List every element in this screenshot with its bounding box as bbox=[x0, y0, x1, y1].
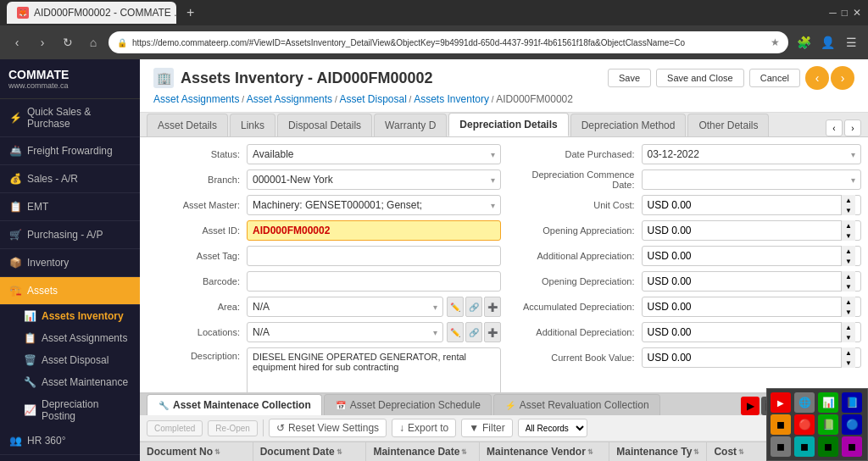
app-overlay-icon-1[interactable]: ▶ bbox=[771, 392, 791, 413]
new-tab-button[interactable]: + bbox=[180, 5, 201, 20]
date-purchased-field[interactable]: 03-12-2022 ▾ bbox=[642, 144, 862, 164]
opening-appreciation-field[interactable]: USD 0.00 ▲ ▼ bbox=[642, 220, 862, 241]
home-button[interactable]: ⌂ bbox=[83, 32, 103, 53]
unit-cost-field[interactable]: USD 0.00 ▲ ▼ bbox=[642, 195, 862, 215]
save-close-button[interactable]: Save and Close bbox=[656, 69, 744, 87]
locations-field[interactable]: N/A ▾ bbox=[247, 322, 443, 342]
area-link-icon[interactable]: 🔗 bbox=[465, 297, 482, 317]
sidebar-item-emt[interactable]: 📋 EMT bbox=[0, 193, 140, 221]
next-record-button[interactable]: › bbox=[831, 66, 854, 90]
th-document-date[interactable]: Document Date ⇅ bbox=[253, 442, 367, 461]
th-maintenance-date[interactable]: Maintenance Date ⇅ bbox=[366, 442, 480, 461]
breadcrumb-link-1[interactable]: Asset Assignments bbox=[153, 93, 239, 105]
export-button[interactable]: ↓ Export to bbox=[392, 419, 456, 437]
additional-depreciation-down[interactable]: ▼ bbox=[842, 332, 855, 342]
profile-button[interactable]: 👤 bbox=[817, 32, 837, 53]
cancel-button[interactable]: Cancel bbox=[749, 69, 800, 87]
unit-cost-spinner[interactable]: ▲ ▼ bbox=[841, 195, 855, 215]
asset-id-field[interactable]: AID000FM00002 bbox=[247, 220, 501, 241]
sort-maintenance-vendor[interactable]: ⇅ bbox=[587, 448, 593, 456]
sidebar-item-freight[interactable]: 🚢 Freight Frowarding bbox=[0, 137, 140, 165]
sidebar-sub-asset-maintenance[interactable]: 🔧 Asset Maintenance bbox=[0, 371, 140, 393]
status-field[interactable]: Available ▾ bbox=[247, 144, 501, 164]
area-add-icon[interactable]: ➕ bbox=[484, 297, 501, 317]
tab-warranty[interactable]: Warranty D bbox=[374, 114, 447, 136]
sidebar-item-assets[interactable]: 🏗️ Assets bbox=[0, 277, 140, 305]
tab-asset-details[interactable]: Asset Details bbox=[147, 114, 228, 136]
app-overlay-icon-10[interactable]: ◼ bbox=[794, 436, 815, 457]
app-overlay-icon-11[interactable]: ◼ bbox=[818, 436, 838, 457]
sidebar-item-hr360[interactable]: 👥 HR 360° bbox=[0, 427, 140, 455]
sidebar-item-payroll[interactable]: 💵 Payroll bbox=[0, 455, 140, 461]
depreciation-commence-field[interactable]: ▾ bbox=[642, 169, 862, 190]
accumulated-depreciation-up[interactable]: ▲ bbox=[842, 297, 855, 307]
minimize-button[interactable]: ─ bbox=[829, 7, 837, 19]
breadcrumb-link-2[interactable]: Asset Assignments bbox=[247, 93, 332, 105]
back-button[interactable]: ‹ bbox=[7, 32, 27, 53]
breadcrumb-link-3[interactable]: Asset Disposal bbox=[339, 93, 406, 105]
opening-appreciation-down[interactable]: ▼ bbox=[842, 230, 855, 241]
save-button[interactable]: Save bbox=[608, 69, 651, 87]
reset-view-button[interactable]: ↺ Reset View Settings bbox=[269, 419, 387, 437]
address-bar[interactable]: 🔒 https://demo.commateerp.com/#ViewID=As… bbox=[108, 31, 788, 53]
opening-depreciation-spinner[interactable]: ▲ ▼ bbox=[841, 271, 855, 292]
app-overlay-icon-7[interactable]: 📗 bbox=[818, 414, 838, 435]
tab-other-details[interactable]: Other Details bbox=[687, 114, 769, 136]
unit-cost-down[interactable]: ▼ bbox=[842, 205, 855, 215]
bookmark-icon[interactable]: ★ bbox=[771, 36, 780, 48]
accumulated-depreciation-spinner[interactable]: ▲ ▼ bbox=[841, 297, 855, 317]
sidebar-item-sales[interactable]: 💰 Sales - A/R bbox=[0, 165, 140, 193]
refresh-button[interactable]: ↻ bbox=[58, 32, 78, 53]
additional-depreciation-up[interactable]: ▲ bbox=[842, 322, 855, 332]
app-overlay-icon-4[interactable]: 📘 bbox=[842, 392, 862, 413]
sort-document-no[interactable]: ⇅ bbox=[214, 448, 220, 456]
area-edit-icon[interactable]: ✏️ bbox=[447, 297, 464, 317]
filter-button[interactable]: ▼ Filter bbox=[461, 419, 513, 437]
opening-depreciation-field[interactable]: USD 0.00 ▲ ▼ bbox=[642, 271, 862, 292]
current-book-value-up[interactable]: ▲ bbox=[842, 347, 855, 358]
app-overlay-icon-2[interactable]: 🌐 bbox=[794, 392, 815, 413]
sidebar-sub-assets-inventory[interactable]: 📊 Assets Inventory bbox=[0, 305, 140, 327]
sidebar-item-inventory[interactable]: 📦 Inventory bbox=[0, 249, 140, 277]
sidebar-item-quick-sales[interactable]: ⚡ Quick Sales & Purchase bbox=[0, 99, 140, 137]
asset-tag-field[interactable] bbox=[247, 246, 501, 266]
branch-field[interactable]: 000001-New York ▾ bbox=[247, 169, 501, 190]
tab-disposal-details[interactable]: Disposal Details bbox=[277, 114, 372, 136]
opening-depreciation-up[interactable]: ▲ bbox=[842, 271, 855, 281]
locations-edit-icon[interactable]: ✏️ bbox=[447, 322, 464, 342]
sidebar-sub-depreciation-posting[interactable]: 📈 Depreciation Posting bbox=[0, 393, 140, 427]
app-overlay-icon-6[interactable]: 🔴 bbox=[794, 414, 815, 435]
additional-appreciation-spinner[interactable]: ▲ ▼ bbox=[841, 246, 855, 266]
forward-button[interactable]: › bbox=[32, 32, 53, 53]
records-filter-select[interactable]: All Records bbox=[518, 419, 587, 437]
sidebar-item-purchasing[interactable]: 🛒 Purchasing - A/P bbox=[0, 221, 140, 249]
tab-next-button[interactable]: › bbox=[844, 119, 861, 136]
opening-appreciation-up[interactable]: ▲ bbox=[842, 220, 855, 230]
additional-appreciation-down[interactable]: ▼ bbox=[842, 256, 855, 266]
sort-maintenance-date[interactable]: ⇅ bbox=[461, 448, 467, 456]
current-book-value-spinner[interactable]: ▲ ▼ bbox=[841, 347, 855, 368]
current-book-value-down[interactable]: ▼ bbox=[842, 358, 855, 368]
opening-depreciation-down[interactable]: ▼ bbox=[842, 281, 855, 292]
app-overlay-icon-8[interactable]: 🔵 bbox=[842, 414, 862, 435]
bottom-tab-asset-depreciation[interactable]: 📅 Asset Depreciation Schedule bbox=[324, 394, 492, 415]
sidebar-sub-asset-disposal[interactable]: 🗑️ Asset Disposal bbox=[0, 349, 140, 371]
description-textarea[interactable]: DIESEL ENGINE OPERATED GENERATOR, rental… bbox=[247, 347, 501, 392]
area-field[interactable]: N/A ▾ bbox=[247, 297, 443, 317]
locations-add-icon[interactable]: ➕ bbox=[484, 322, 501, 342]
current-book-value-field[interactable]: USD 0.00 ▲ ▼ bbox=[642, 347, 862, 368]
accumulated-depreciation-field[interactable]: USD 0.00 ▲ ▼ bbox=[642, 297, 862, 317]
barcode-input[interactable] bbox=[253, 276, 495, 286]
completed-button[interactable]: Completed bbox=[147, 420, 203, 436]
additional-appreciation-up[interactable]: ▲ bbox=[842, 246, 855, 256]
sort-cost[interactable]: ⇅ bbox=[738, 448, 744, 456]
tab-depreciation-details[interactable]: Depreciation Details bbox=[448, 113, 568, 136]
restore-button[interactable]: □ bbox=[842, 7, 848, 19]
sort-maintenance-type[interactable]: ⇅ bbox=[693, 448, 699, 456]
th-maintenance-type[interactable]: Maintenance Ty ⇅ bbox=[609, 442, 707, 461]
app-overlay-icon-5[interactable]: ◼ bbox=[771, 414, 791, 435]
sidebar-sub-asset-assignments[interactable]: 📋 Asset Assignments bbox=[0, 327, 140, 349]
th-document-no[interactable]: Document No ⇅ bbox=[140, 442, 253, 461]
additional-depreciation-field[interactable]: USD 0.00 ▲ ▼ bbox=[642, 322, 862, 342]
app-overlay-icon-9[interactable]: ◼ bbox=[771, 436, 791, 457]
